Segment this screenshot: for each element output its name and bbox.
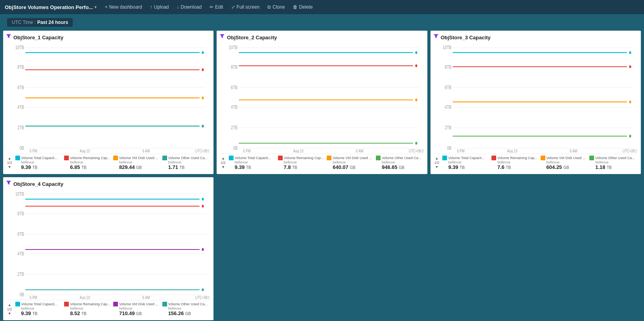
legend-item-3: Volume VM Disk Used ... bellevue 640.07 … bbox=[327, 156, 374, 170]
legend-sub: bellevue bbox=[21, 306, 63, 310]
svg-text:4TB: 4TB bbox=[17, 251, 24, 256]
pager[interactable]: ▲ 1/2 ▼ bbox=[7, 156, 12, 170]
legend-swatch bbox=[229, 156, 234, 160]
legend-area: ▲ 1/2 ▼ Volume Total Capacit... bellevue… bbox=[221, 154, 423, 170]
svg-text:4TB: 4TB bbox=[231, 105, 238, 110]
legend-sub: bellevue bbox=[21, 160, 63, 164]
svg-text:4TB: 4TB bbox=[17, 105, 24, 110]
delete-button[interactable]: 🗑 Delete bbox=[290, 3, 316, 11]
legend-label: Volume VM Disk Used ... bbox=[119, 302, 158, 306]
clone-button[interactable]: ⧉ Clone bbox=[264, 3, 288, 11]
pager-down-arrow[interactable]: ▼ bbox=[221, 165, 225, 169]
pager-up-arrow[interactable]: ▲ bbox=[8, 156, 11, 160]
legend-swatch bbox=[442, 156, 447, 160]
legend-swatch bbox=[15, 156, 20, 160]
svg-text:10TB: 10TB bbox=[229, 45, 237, 50]
fullscreen-button[interactable]: ⤢ Full screen bbox=[228, 3, 263, 11]
legend-value: 1.71 TB bbox=[168, 164, 210, 170]
svg-text:UTC+08:00: UTC+08:00 bbox=[409, 149, 423, 152]
page-title: ObjStore Volumes Operation Perfo... bbox=[5, 4, 93, 10]
svg-text:6 PM: 6 PM bbox=[29, 295, 37, 299]
legend-item-2: Volume Remaining Cap... bellevue 6.85 TB bbox=[64, 156, 112, 170]
legend-sub: bellevue bbox=[382, 160, 423, 164]
svg-text:UTC+08:00: UTC+08:00 bbox=[195, 295, 210, 299]
svg-point-95 bbox=[202, 288, 204, 291]
legend-sub: bellevue bbox=[70, 160, 112, 164]
svg-text:2TB: 2TB bbox=[17, 271, 24, 277]
svg-text:0B: 0B bbox=[233, 145, 237, 151]
legend-sub: bellevue bbox=[235, 160, 276, 164]
svg-text:Aug 10: Aug 10 bbox=[507, 149, 517, 152]
legend-swatch bbox=[113, 156, 118, 160]
svg-text:0B: 0B bbox=[20, 292, 24, 297]
legend-item-3: Volume VM Disk Used ... bellevue 604.25 … bbox=[541, 156, 588, 170]
card-title: ObjStore_2 Capacity bbox=[221, 35, 423, 40]
svg-text:UTC+08:00: UTC+08:00 bbox=[622, 149, 637, 152]
legend-swatch bbox=[491, 156, 496, 160]
svg-text:8TB: 8TB bbox=[17, 64, 24, 70]
legend-item-4: Volume Other Used Ca... bellevue 1.18 TB bbox=[589, 156, 637, 170]
legend-swatch bbox=[162, 302, 167, 306]
download-button[interactable]: ↓ Download bbox=[174, 3, 205, 11]
svg-text:8TB: 8TB bbox=[17, 211, 24, 216]
pager[interactable]: ▲ 1/2 ▼ bbox=[434, 156, 440, 170]
edit-button[interactable]: ✏ Edit bbox=[206, 3, 226, 11]
legend-value: 7.8 TB bbox=[284, 164, 326, 170]
new-dashboard-button[interactable]: + New dashboard bbox=[101, 3, 145, 11]
legend-swatch bbox=[541, 156, 545, 160]
legend-label: Volume Other Used Ca... bbox=[595, 156, 635, 160]
legend-sub: bellevue bbox=[333, 160, 374, 164]
svg-text:2TB: 2TB bbox=[231, 125, 238, 130]
legend-label: Volume VM Disk Used ... bbox=[119, 156, 158, 160]
pager-up-arrow[interactable]: ▲ bbox=[8, 303, 11, 307]
pager-up-arrow[interactable]: ▲ bbox=[221, 156, 225, 160]
pager-up-arrow[interactable]: ▲ bbox=[435, 156, 438, 160]
legend-value: 9.39 TB bbox=[21, 164, 63, 170]
svg-text:8TB: 8TB bbox=[445, 64, 451, 70]
legend-area: ▲ 1/2 ▼ Volume Total Capacit... bellevue… bbox=[7, 300, 210, 316]
topbar: ObjStore Volumes Operation Perfo... ▾ + … bbox=[0, 0, 644, 14]
pager-down-arrow[interactable]: ▼ bbox=[8, 312, 11, 315]
legend-value: 9.39 TB bbox=[235, 164, 276, 170]
legend-area: ▲ 1/2 ▼ Volume Total Capacit... bellevue… bbox=[434, 154, 637, 170]
time-label: UTC Time : bbox=[12, 20, 36, 25]
svg-text:6 AM: 6 AM bbox=[356, 149, 364, 152]
pager[interactable]: ▲ 1/2 ▼ bbox=[221, 156, 226, 170]
upload-button[interactable]: ↑ Upload bbox=[147, 3, 172, 11]
legend-swatch bbox=[15, 302, 20, 306]
clone-icon: ⧉ bbox=[267, 4, 271, 10]
svg-text:10TB: 10TB bbox=[15, 191, 24, 196]
legend-sub: bellevue bbox=[546, 160, 588, 164]
card-title: ObjStore_4 Capacity bbox=[7, 181, 210, 187]
pager-down-arrow[interactable]: ▼ bbox=[435, 165, 438, 169]
svg-point-23 bbox=[202, 125, 204, 127]
svg-text:6 AM: 6 AM bbox=[142, 295, 150, 299]
legend-label: Volume Remaining Cap... bbox=[70, 302, 110, 306]
time-value: Past 24 hours bbox=[37, 20, 68, 25]
legend-item-4: Volume Other Used Ca... bellevue 156.26 … bbox=[162, 302, 210, 316]
legend-item-3: Volume VM Disk Used ... bellevue 710.49 … bbox=[113, 302, 161, 316]
chart-svg: 10TB8TB6TB4TB2TB0B6 PMAug 106 AMUTC+08:0… bbox=[7, 42, 210, 153]
pager[interactable]: ▲ 1/2 ▼ bbox=[7, 302, 12, 316]
edit-icon: ✏ bbox=[210, 4, 213, 10]
chart-area: 10TB8TB6TB4TB2TB0B6 PMAug 106 AMUTC+08:0… bbox=[7, 42, 210, 153]
card-title: ObjStore_1 Capacity bbox=[7, 35, 210, 40]
legend-value: 946.65 GB bbox=[382, 164, 423, 170]
pager-down-arrow[interactable]: ▼ bbox=[8, 165, 11, 169]
svg-text:Aug 10: Aug 10 bbox=[293, 149, 304, 152]
legend-item-1: Volume Total Capacit... bellevue 9.39 TB bbox=[15, 156, 63, 170]
time-badge[interactable]: UTC Time : Past 24 hours bbox=[7, 18, 73, 27]
legend-value: 1.18 TB bbox=[595, 164, 637, 170]
svg-text:6 PM: 6 PM bbox=[457, 149, 464, 152]
svg-text:UTC+08:00: UTC+08:00 bbox=[195, 149, 210, 152]
legend-sub: bellevue bbox=[168, 160, 210, 164]
pager-number: 1/2 bbox=[434, 161, 440, 165]
legend-swatch bbox=[376, 156, 381, 160]
legend-value: 829.44 GB bbox=[119, 164, 161, 170]
legend-item-4: Volume Other Used Ca... bellevue 1.71 TB bbox=[162, 156, 210, 170]
svg-point-91 bbox=[202, 205, 204, 207]
legend-sub: bellevue bbox=[284, 160, 326, 164]
chevron-down-icon[interactable]: ▾ bbox=[94, 4, 97, 10]
legend-value: 9.39 TB bbox=[448, 164, 490, 170]
svg-text:6 PM: 6 PM bbox=[243, 149, 251, 152]
